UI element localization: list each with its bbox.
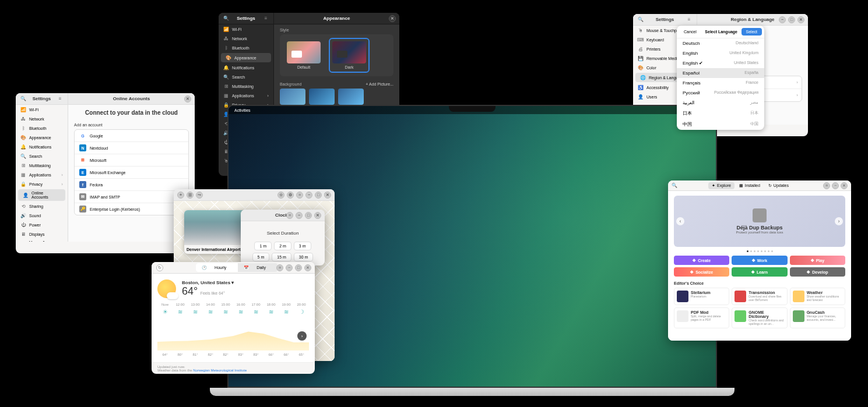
sidebar-item-appearance[interactable]: 🎨Appearance <box>16 133 68 142</box>
lang-option[interactable]: العربيةمصر <box>677 98 764 108</box>
sidebar-item-bluetooth[interactable]: ᛒBluetooth <box>16 123 68 133</box>
prev-button[interactable]: ‹ <box>676 217 684 225</box>
provider-nextcloud[interactable]: NNextcloud <box>75 142 188 154</box>
provider-fedora[interactable]: fFedora <box>75 179 188 191</box>
sidebar-item-privacy[interactable]: 🔒Privacy› <box>16 179 68 189</box>
duration-option[interactable]: 3 m <box>294 242 311 250</box>
chevron-right-icon[interactable]: › <box>796 80 798 85</box>
sidebar-item-search[interactable]: 🔍Search <box>16 151 68 161</box>
maximize-icon[interactable]: □ <box>315 192 322 199</box>
lang-option[interactable]: 日本日本 <box>677 108 764 119</box>
provider-imap-and-smtp[interactable]: ✉IMAP and SMTP <box>75 191 188 203</box>
sidebar-item-applications[interactable]: ▦Applications› <box>16 170 68 179</box>
minimize-icon[interactable]: − <box>832 182 839 189</box>
category-create[interactable]: ◆ Create <box>674 256 729 265</box>
minimize-icon[interactable]: − <box>305 192 312 199</box>
duration-option[interactable]: 5 m <box>252 253 270 261</box>
sidebar-item-wi-fi[interactable]: 📶Wi-Fi <box>16 105 68 114</box>
search-icon[interactable]: 🔍 <box>223 16 229 22</box>
menu-icon[interactable]: ≡ <box>57 96 63 102</box>
hero-banner[interactable]: ‹ › Déjà Dup Backups Protect yourself fr… <box>674 196 845 247</box>
installed-tab[interactable]: ▦ Installed <box>736 182 764 189</box>
location-button[interactable]: Boston, United States ▾ <box>182 280 234 285</box>
close-icon[interactable]: ✕ <box>389 15 396 22</box>
close-icon[interactable]: ✕ <box>797 16 804 23</box>
filter-icon[interactable]: ⚙ <box>287 192 294 199</box>
provider-google[interactable]: GGoogle <box>75 130 188 142</box>
layer-icon[interactable]: ☰ <box>187 192 194 199</box>
menu-icon[interactable]: ≡ <box>263 16 269 22</box>
close-icon[interactable]: ✕ <box>841 182 848 189</box>
category-learn[interactable]: ◆ Learn <box>732 267 787 277</box>
duration-option[interactable]: 1 m <box>254 242 272 250</box>
lang-option[interactable]: EspañolEspaña <box>677 68 764 78</box>
explore-tab[interactable]: ✦ Explore <box>708 182 735 189</box>
search-icon[interactable]: 🔍 <box>638 17 644 23</box>
sidebar-item-search[interactable]: 🔍Search <box>219 72 273 82</box>
sidebar-item-multitasking[interactable]: ⊞Multitasking <box>16 161 68 170</box>
chevron-right-icon[interactable]: › <box>796 93 798 98</box>
add-picture-button[interactable]: + Add Picture... <box>366 82 393 86</box>
menu-icon[interactable]: ≡ <box>823 182 830 189</box>
bg-option[interactable] <box>280 89 305 105</box>
maximize-icon[interactable]: □ <box>788 16 795 23</box>
style-default[interactable]: Default <box>283 38 324 73</box>
activities-button[interactable]: Activities <box>234 108 251 112</box>
credit-link[interactable]: Norwegian Meteorological Institute <box>193 369 247 372</box>
sidebar-item-wi-fi[interactable]: 📶Wi-Fi <box>219 24 273 34</box>
menu-icon[interactable]: ≡ <box>276 264 283 271</box>
app-weather[interactable]: WeatherShow weather conditions and forec… <box>790 288 845 305</box>
sidebar-item-mouse-&-touchpad[interactable]: 🖱Mouse & Touchpad <box>16 239 68 242</box>
refresh-icon[interactable]: ↻ <box>156 264 163 271</box>
category-work[interactable]: ◆ Work <box>732 256 787 265</box>
star-icon[interactable]: ☆ <box>277 192 284 199</box>
route-icon[interactable]: ⤳ <box>196 192 203 199</box>
hourly-tab[interactable]: 🕐 Hourly <box>196 263 238 272</box>
add-icon[interactable]: + <box>177 192 184 199</box>
sidebar-item-power[interactable]: ⏻Power <box>16 220 68 229</box>
app-transmission[interactable]: TransmissionDownload and share files ove… <box>732 288 787 305</box>
category-play[interactable]: ◆ Play <box>790 256 845 265</box>
duration-option[interactable]: 2 m <box>274 242 291 250</box>
menu-icon[interactable]: ≡ <box>286 212 293 219</box>
search-icon[interactable]: 🔍 <box>672 183 677 189</box>
app-pdf-mod[interactable]: PDF ModSplit, merge and delete pages in … <box>674 307 729 328</box>
next-button[interactable]: › <box>835 217 843 225</box>
lang-option[interactable]: 中国中国 <box>677 119 764 130</box>
lang-option[interactable]: EnglishUnited Kingdom <box>677 48 764 58</box>
menu-icon[interactable]: ≡ <box>296 192 303 199</box>
lang-option[interactable]: DeutschDeutschland <box>677 38 764 48</box>
maximize-icon[interactable]: □ <box>295 264 302 271</box>
minimize-icon[interactable]: − <box>779 16 786 23</box>
app-stellarium[interactable]: StellariumPlanetarium <box>674 288 729 305</box>
sidebar-item-applications[interactable]: ▦Applications› <box>219 91 273 100</box>
sidebar-item-network[interactable]: 🖧Network <box>16 114 68 123</box>
updates-tab[interactable]: ↻ Updates <box>765 182 792 189</box>
minimize-icon[interactable]: − <box>296 212 303 219</box>
sidebar-item-sharing[interactable]: ⟲Sharing <box>16 201 68 211</box>
app-gnome-dictionary[interactable]: GNOME DictionaryCheck word definitions a… <box>732 307 787 328</box>
bg-option[interactable] <box>309 89 335 105</box>
category-socialize[interactable]: ◆ Socialize <box>674 267 729 277</box>
lang-option[interactable]: English ✔United States <box>677 58 764 68</box>
lang-option[interactable]: РусскийРоссийская Федерация <box>677 88 764 98</box>
provider-enterprise-login-(kerberos)[interactable]: 🔑Enterprise Login (Kerberos) <box>75 203 188 215</box>
close-icon[interactable]: ✕ <box>184 95 191 102</box>
maximize-icon[interactable]: □ <box>305 212 312 219</box>
sidebar-item-online-accounts[interactable]: 👤Online Accounts <box>18 189 65 201</box>
provider-microsoft[interactable]: ⊞Microsoft <box>75 154 188 167</box>
menu-icon[interactable]: ≡ <box>686 17 692 23</box>
sidebar-item-displays[interactable]: 🖥Displays <box>16 229 68 239</box>
sidebar-item-appearance[interactable]: 🎨Appearance <box>221 53 271 62</box>
style-dark[interactable]: Dark <box>329 38 370 73</box>
close-icon[interactable]: ✕ <box>324 192 331 199</box>
minimize-icon[interactable]: − <box>286 264 293 271</box>
close-icon[interactable]: ✕ <box>304 264 311 271</box>
bg-option[interactable] <box>338 89 364 105</box>
cancel-button[interactable]: Cancel <box>679 28 701 36</box>
lang-option[interactable]: FrançaisFrance <box>677 78 764 88</box>
app-gnucash[interactable]: GnuCashManage your finances, accounts, a… <box>790 307 845 328</box>
duration-option[interactable]: 15 m <box>272 253 291 261</box>
close-icon[interactable]: ✕ <box>314 212 321 219</box>
daily-tab[interactable]: 📅 Daily <box>238 263 277 272</box>
